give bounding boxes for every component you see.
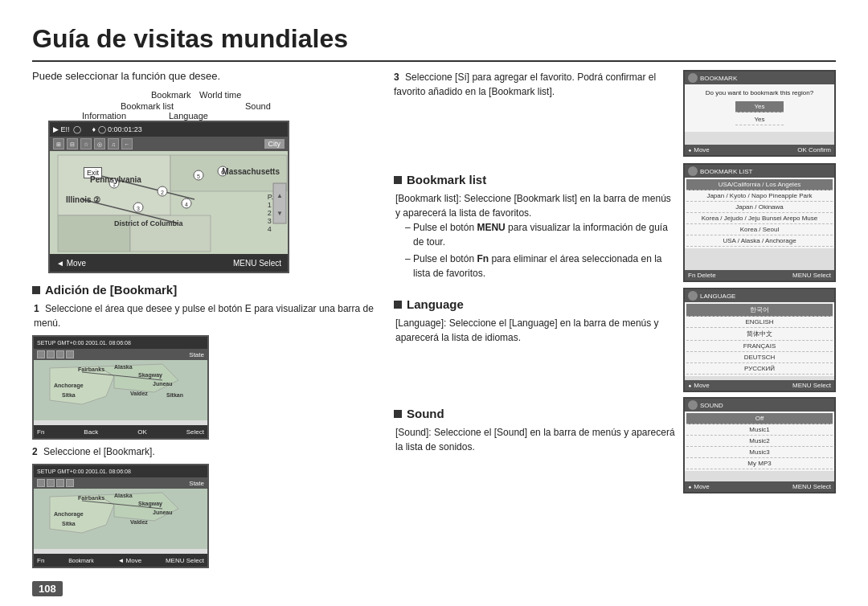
map-icon-6: ←: [121, 138, 133, 149]
sound-screen-title: SOUND: [700, 402, 723, 409]
bookmark-list-bottombar: Fn Delete MENU Select: [685, 270, 834, 280]
bookmark-list-area: Bookmark list [Bookmark list]: Seleccion…: [394, 163, 836, 283]
sound-item-1[interactable]: Off: [686, 413, 833, 424]
svg-text:5: 5: [197, 174, 200, 179]
language-topbar: LANGUAGE: [685, 289, 834, 302]
map-pa-label: Pennsylvania: [90, 175, 141, 184]
map-icon-5: ♫: [108, 138, 119, 149]
section-square-bookmark: [394, 176, 402, 184]
ak-body-2: Fairbanks Alaska Skagway Juneau Valdez A…: [34, 489, 207, 549]
bookmark-confirm-screen: BOOKMARK Do you want to bookmark this re…: [683, 70, 836, 157]
ok-label-1: OK: [137, 428, 147, 436]
ak-iconbar-1: State: [34, 349, 207, 360]
bookmark-label: Bookmark: [151, 90, 191, 100]
language-screen-title: LANGUAGE: [700, 293, 735, 300]
ak-bottombar-1: Fn Back OK Select: [34, 425, 207, 438]
bl-item-4[interactable]: Korea / Jejudo / Jeju Bunsei Arepo Muse: [686, 213, 833, 224]
lang-item-4[interactable]: FRANÇAIS: [686, 341, 833, 352]
language-desc: [Language]: Seleccione el [Language] en …: [395, 316, 675, 345]
step2-text: Seleccione el [Bookmark].: [43, 446, 155, 457]
language-area: Language [Language]: Seleccione el [Lang…: [394, 288, 836, 392]
sound-item-3[interactable]: Music2: [686, 436, 833, 447]
section-square-language: [394, 301, 402, 309]
sound-screen-body: Off Music1 Music2 Music3 My MP3: [685, 412, 834, 471]
move-label-sound: ⬥ Move: [688, 483, 710, 490]
bookmark-question: Do you want to bookmark this region?: [690, 89, 829, 96]
ak-body-1: Fairbanks Alaska Skagway Juneau Valdez A…: [34, 360, 207, 420]
fn-bold: Fn: [477, 253, 489, 264]
alaska-screens: SETUP GMT+0:00 2001.01. 08:06:08 State: [32, 335, 378, 440]
page: Guía de visitas mundiales Puede seleccio…: [0, 0, 868, 606]
select-label-1: Select: [186, 428, 204, 436]
step1-text: Seleccione el área que desee y pulse el …: [34, 303, 374, 329]
step3-text-area: 3 Seleccione [Sí] para agregar el favori…: [394, 70, 675, 157]
ak-icon-3: [56, 350, 64, 358]
language-icon: [688, 291, 698, 301]
language-title: Language: [407, 297, 464, 311]
sound-area: Sound [Sound]: Seleccione el [Sound] en …: [394, 397, 836, 493]
diagram-area: Bookmark Bookmark list World time Inform…: [32, 90, 378, 273]
ak2-fairbanks: Fairbanks: [78, 495, 104, 501]
step3-num: 3: [394, 72, 399, 83]
lang-item-6[interactable]: РУССКИЙ: [686, 363, 833, 375]
no-option[interactable]: Yes: [735, 114, 784, 125]
fn-delete-label: Fn Delete: [688, 272, 716, 279]
ak-skagway: Skagway: [138, 372, 162, 378]
main-columns: Puede seleccionar la función que desee. …: [32, 70, 836, 568]
bookmark-list-label: Bookmark list: [121, 101, 174, 111]
ak-icon-2: [47, 350, 55, 358]
ak2-sitka: Sitka: [62, 521, 76, 526]
ak-bottombar-2: Fn Bookmark ◄ Move MENU Select: [34, 554, 207, 567]
bookmark-title: BOOKMARK: [700, 75, 737, 82]
bookmark-list-text: Bookmark list [Bookmark list]: Seleccion…: [394, 163, 675, 283]
ak-alaska: Alaska: [114, 364, 133, 370]
move-label-bc: ⬥ Move: [688, 146, 710, 154]
bl-item-1[interactable]: USA/California / Los Angeles: [686, 179, 833, 190]
bookmark-list-topbar: BOOKMARK LIST: [685, 165, 834, 178]
map-dc-label: District of Columbia: [114, 219, 183, 227]
map-body: 1 2 3 4 5 6: [50, 151, 288, 256]
left-column: Puede seleccionar la función que desee. …: [32, 70, 378, 568]
bookmark-list-icon: [688, 166, 698, 176]
lang-item-3[interactable]: 简体中文: [686, 328, 833, 341]
language-text: Language [Language]: Seleccione el [Lang…: [394, 288, 675, 392]
sound-item-2[interactable]: Music1: [686, 424, 833, 436]
step2-num: 2: [32, 446, 38, 457]
svg-text:4: 4: [185, 202, 188, 207]
bl-item-3[interactable]: Japan / Okinawa: [686, 202, 833, 213]
sound-icon: [688, 400, 698, 410]
map-ma-label: Massachusetts: [222, 167, 280, 176]
bl-item-2[interactable]: Japan / Kyoto / Napo Pineapple Park: [686, 190, 833, 202]
sound-item-5[interactable]: My MP3: [686, 458, 833, 469]
map-il-label: Illinois ②: [66, 195, 100, 204]
alaska-screen2-container: SETUP GMT+0:00 2001.01. 08:06:08 State: [32, 464, 378, 568]
adicion-title: Adición de [Bookmark]: [45, 283, 177, 297]
section-square-adicion: [32, 286, 40, 294]
sound-header: Sound: [394, 407, 675, 420]
sound-item-4[interactable]: Music3: [686, 447, 833, 458]
ak-topbar-2: SETUP GMT+0:00 2001.01. 08:06:08: [34, 465, 207, 477]
move-label-2: ◄ Move: [117, 557, 141, 564]
map-numbers: P.1234: [268, 193, 273, 233]
state-label-1: State: [189, 351, 204, 358]
yes-option[interactable]: Yes: [735, 101, 784, 113]
sound-bottombar: ⬥ Move MENU Select: [685, 481, 834, 492]
step3-row: 3 Seleccione [Sí] para agregar el favori…: [394, 70, 675, 99]
back-label-1: Back: [84, 428, 98, 436]
diagram-labels: Bookmark Bookmark list World time Inform…: [40, 90, 378, 121]
lang-item-1[interactable]: 한국어: [686, 304, 833, 317]
bookmark-list-body: [Bookmark list]: Seleccione [Bookmark li…: [395, 191, 675, 280]
ak-icon-4: [66, 350, 74, 358]
lang-item-5[interactable]: DEUTSCH: [686, 352, 833, 363]
map-icon-1: ⊞: [53, 138, 64, 149]
ak2-juneau: Juneau: [153, 510, 173, 515]
bookmark-icon: [688, 73, 698, 83]
alaska-screen-1: SETUP GMT+0:00 2001.01. 08:06:08 State: [32, 335, 209, 440]
bookmark-confirm-topbar: BOOKMARK: [685, 72, 834, 84]
bookmark-list-desc: [Bookmark list]: Seleccione [Bookmark li…: [395, 191, 675, 220]
lang-item-2[interactable]: ENGLISH: [686, 317, 833, 328]
bl-item-6[interactable]: USA / Alaska / Anchorage: [686, 235, 833, 247]
bl-item-5[interactable]: Korea / Seoul: [686, 224, 833, 235]
page-title: Guía de visitas mundiales: [32, 24, 836, 62]
language-screen: LANGUAGE 한국어 ENGLISH 简体中文 FRANÇAIS DEUTS…: [683, 288, 836, 392]
